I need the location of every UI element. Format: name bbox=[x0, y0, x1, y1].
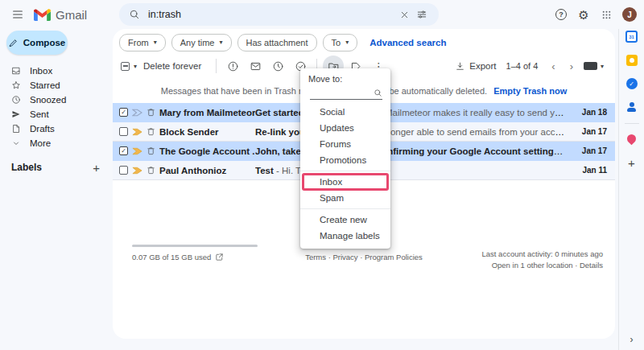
newer-page-button[interactable]: ‹ bbox=[547, 60, 559, 72]
keep-icon[interactable] bbox=[626, 55, 638, 66]
importance-marker-icon bbox=[132, 167, 142, 175]
hamburger-icon bbox=[11, 8, 24, 21]
pencil-icon bbox=[9, 38, 19, 47]
account-avatar[interactable]: J bbox=[622, 7, 637, 22]
importance-marker-outline-icon bbox=[132, 109, 142, 117]
importance-marker-icon bbox=[132, 128, 142, 136]
close-icon bbox=[399, 10, 410, 20]
importance-marker-icon bbox=[132, 147, 142, 155]
compose-button[interactable]: Compose bbox=[6, 31, 68, 55]
apps-button[interactable] bbox=[597, 5, 616, 24]
search-bar[interactable] bbox=[119, 3, 439, 26]
storage-quota-bar bbox=[132, 245, 258, 247]
chip-to[interactable]: To▾ bbox=[323, 34, 358, 51]
help-icon: ? bbox=[555, 9, 567, 20]
labels-header: Labels bbox=[11, 162, 93, 173]
calendar-icon[interactable]: 31 bbox=[625, 31, 638, 43]
chip-from[interactable]: From▾ bbox=[119, 34, 166, 51]
search-options-button[interactable] bbox=[413, 6, 431, 23]
older-page-button[interactable]: › bbox=[566, 60, 577, 72]
tasks-icon[interactable]: ✓ bbox=[626, 78, 638, 89]
email-sender: Block Sender bbox=[159, 127, 255, 137]
menu-item-spam[interactable]: Spam bbox=[300, 190, 390, 206]
gmail-m-icon bbox=[34, 8, 51, 21]
chevron-down-icon: ▾ bbox=[601, 63, 604, 70]
chevron-down-icon bbox=[11, 138, 21, 148]
menu-item-promotions[interactable]: Promotions bbox=[300, 152, 390, 168]
sidebar-item-more[interactable]: More bbox=[0, 136, 113, 150]
draft-icon bbox=[11, 124, 21, 134]
email-sender: The Google Account . bbox=[159, 146, 255, 156]
menu-item-create-new[interactable]: Create new bbox=[300, 212, 390, 228]
row-checkbox[interactable] bbox=[119, 108, 128, 117]
delete-forever-button[interactable]: Delete forever bbox=[143, 61, 201, 71]
help-button[interactable]: ? bbox=[551, 5, 571, 24]
select-dropdown-caret[interactable]: ▾ bbox=[134, 63, 137, 70]
labels-section: Labels + bbox=[0, 160, 113, 175]
menu-item-manage-labels[interactable]: Manage labels bbox=[300, 228, 390, 244]
menu-item-inbox[interactable]: Inbox bbox=[300, 174, 390, 190]
chip-has-attachment[interactable]: Has attachment bbox=[237, 34, 317, 51]
clear-search-button[interactable] bbox=[395, 6, 413, 23]
mark-read-button[interactable] bbox=[245, 56, 266, 76]
addon-icon[interactable] bbox=[625, 133, 638, 146]
search-chips-row: From▾ Any time▾ Has attachment To▾ Advan… bbox=[113, 29, 615, 51]
menu-item-social[interactable]: Social bbox=[300, 104, 390, 120]
sidebar-item-label: Inbox bbox=[30, 66, 52, 76]
right-side-panel: 31 ✓ + › bbox=[618, 29, 644, 350]
pagination-label: 1–4 of 4 bbox=[506, 61, 539, 71]
location-details-text[interactable]: Open in 1 other location · Details bbox=[482, 260, 604, 271]
menu-item-updates[interactable]: Updates bbox=[300, 120, 390, 136]
sidebar-item-label: Sent bbox=[30, 109, 49, 119]
contacts-icon[interactable] bbox=[627, 102, 636, 112]
logo-text: Gmail bbox=[56, 8, 87, 22]
tune-icon bbox=[416, 9, 427, 20]
empty-trash-link[interactable]: Empty Trash now bbox=[493, 86, 567, 96]
advanced-search-link[interactable]: Advanced search bbox=[369, 38, 446, 47]
snooze-button[interactable] bbox=[267, 56, 288, 76]
main-menu-button[interactable] bbox=[6, 3, 29, 26]
clock-icon bbox=[11, 95, 21, 105]
chevron-down-icon: ▾ bbox=[345, 39, 349, 46]
star-icon bbox=[11, 80, 21, 90]
chevron-down-icon: ▾ bbox=[219, 39, 222, 46]
row-checkbox[interactable] bbox=[119, 127, 128, 136]
activity-text: Last account activity: 0 minutes ago bbox=[482, 249, 604, 260]
hide-side-panel-button[interactable]: › bbox=[619, 334, 644, 345]
gmail-logo[interactable]: Gmail bbox=[34, 8, 87, 22]
keyboard-icon bbox=[584, 62, 597, 70]
sidebar-item-starred[interactable]: Starred bbox=[0, 78, 113, 93]
create-label-button[interactable]: + bbox=[93, 162, 100, 174]
sidebar-item-inbox[interactable]: Inbox bbox=[0, 64, 113, 78]
left-sidebar: Compose Inbox Starred Snoozed Sent Draft… bbox=[0, 29, 113, 350]
gear-icon: ⚙ bbox=[578, 9, 588, 21]
email-sender: Paul Anthonioz bbox=[159, 166, 255, 175]
bulb-shape bbox=[630, 58, 634, 63]
get-addons-button[interactable]: + bbox=[628, 157, 635, 169]
search-icon bbox=[129, 9, 140, 20]
row-checkbox[interactable] bbox=[119, 166, 128, 175]
apps-grid-icon bbox=[601, 10, 612, 20]
export-button[interactable]: Export bbox=[455, 61, 496, 72]
email-date: Jan 17 bbox=[573, 127, 607, 136]
select-all-checkbox[interactable] bbox=[121, 62, 130, 71]
trash-badge-icon bbox=[147, 108, 155, 117]
move-to-menu: Move to: Social Updates Forums Promotion… bbox=[300, 68, 390, 249]
report-spam-button[interactable] bbox=[222, 56, 243, 76]
menu-item-forums[interactable]: Forums bbox=[300, 136, 390, 152]
chip-any-time[interactable]: Any time▾ bbox=[171, 34, 232, 51]
sidebar-item-sent[interactable]: Sent bbox=[0, 107, 113, 121]
sidebar-item-drafts[interactable]: Drafts bbox=[0, 121, 113, 136]
settings-button[interactable]: ⚙ bbox=[574, 5, 593, 24]
sidebar-item-label: Snoozed bbox=[30, 95, 66, 105]
move-to-title: Move to: bbox=[300, 68, 390, 86]
move-to-search-input[interactable] bbox=[310, 86, 382, 100]
input-tools-button[interactable]: ▾ bbox=[584, 62, 604, 70]
search-input[interactable] bbox=[148, 9, 395, 20]
sidebar-item-label: More bbox=[30, 138, 51, 148]
sidebar-item-snoozed[interactable]: Snoozed bbox=[0, 93, 113, 107]
row-checkbox[interactable] bbox=[119, 146, 128, 155]
check-glyph: ✓ bbox=[629, 80, 634, 88]
email-sender: Mary from Mailmeteor bbox=[159, 108, 255, 117]
panel-divider bbox=[625, 123, 639, 124]
